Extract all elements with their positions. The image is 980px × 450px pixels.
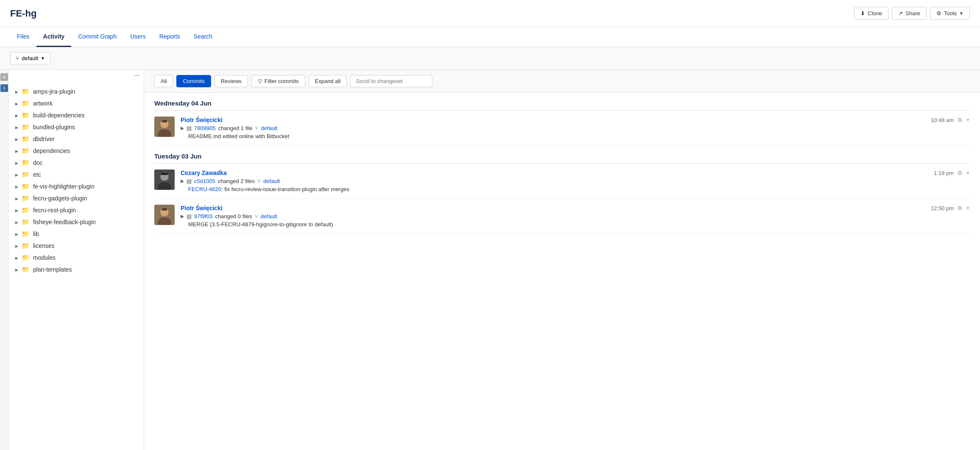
sidebar-item-label: doc (33, 159, 43, 166)
svg-rect-14 (162, 208, 167, 211)
sidebar-item-bundled-plugins[interactable]: 📁 bundled-plugins (8, 121, 144, 133)
nav-reports[interactable]: Reports (153, 27, 187, 47)
tab-all[interactable]: All (154, 75, 173, 87)
sidebar-item-licenses[interactable]: 📁 licenses (8, 240, 144, 252)
top-header: FE-hg ⬇ Clone ↗ Share ⚙ Tools ▼ (0, 0, 980, 27)
gear-chevron-icon[interactable]: ▼ (966, 118, 970, 122)
table-row: Piotr Święcicki 12:50 pm ⚙ ▼ ▶ ▤ 97f9f03… (154, 199, 970, 234)
folder-icon: 📁 (22, 135, 30, 143)
svg-rect-9 (161, 173, 168, 175)
expand-icon (15, 232, 18, 236)
expand-arrow-icon[interactable]: ▶ (181, 214, 184, 219)
tools-button[interactable]: ⚙ Tools ▼ (930, 7, 970, 20)
folder-icon: 📁 (22, 218, 30, 226)
avatar (154, 169, 175, 190)
branch-tag-link[interactable]: default (261, 213, 277, 219)
gear-icon[interactable]: ⚙ (957, 205, 963, 211)
nav-commit-graph[interactable]: Commit Graph (71, 27, 123, 47)
expand-icon (15, 256, 18, 260)
expand-all-button[interactable]: Expand all (309, 75, 347, 87)
expand-arrow-icon[interactable]: ▶ (181, 125, 184, 131)
nav-activity[interactable]: Activity (36, 27, 72, 47)
date-header-wed: Wednesday 04 Jun (154, 93, 970, 111)
branch-tag-link[interactable]: default (263, 178, 280, 184)
commit-details: Cezary Zawadka 1:19 pm ⚙ ▼ ▶ ▤ c5d1005 c… (181, 169, 970, 192)
left-tool-1[interactable]: ⊞ (0, 73, 8, 81)
doc-icon: ▤ (187, 213, 192, 219)
sidebar-item-doc[interactable]: 📁 doc (8, 157, 144, 169)
folder-icon: 📁 (22, 159, 30, 167)
commit-message: FECRU-4620: fix fecru-review-issue-trans… (188, 186, 970, 192)
folder-icon: 📁 (22, 242, 30, 250)
gear-chevron-icon[interactable]: ▼ (966, 206, 970, 210)
folder-icon: 📁 (22, 171, 30, 178)
branch-selector[interactable]: ⑂ default ▼ (10, 52, 50, 64)
sidebar-item-build-dependencies[interactable]: 📁 build-dependencies (8, 109, 144, 121)
content-area: All Commits Reviews ▽ Filter commits Exp… (144, 70, 980, 450)
sidebar-item-label: licenses (33, 242, 55, 249)
commit-group-tue: Tuesday 03 Jun Cezary Zawadka (144, 146, 980, 234)
share-icon: ↗ (898, 10, 903, 17)
commit-hash-link[interactable]: 7809905 (194, 125, 216, 131)
sidebar-more-button[interactable]: ··· (128, 71, 140, 80)
clone-label: Clone (868, 10, 882, 17)
sidebar-item-fecru-gadgets-plugin[interactable]: 📁 fecru-gadgets-plugin (8, 192, 144, 204)
scroll-to-changeset-input[interactable] (350, 75, 432, 87)
nav-bar: Files Activity Commit Graph Users Report… (0, 27, 980, 47)
commit-author[interactable]: Cezary Zawadka (181, 169, 227, 176)
commit-time-actions: 1:19 pm ⚙ ▼ (934, 169, 970, 176)
commit-author-row: Cezary Zawadka 1:19 pm ⚙ ▼ (181, 169, 970, 176)
commit-author[interactable]: Piotr Święcicki (181, 205, 223, 211)
gear-icon[interactable]: ⚙ (957, 117, 963, 123)
sidebar-item-etc[interactable]: 📁 etc (8, 169, 144, 181)
commit-time-actions: 12:50 pm ⚙ ▼ (931, 205, 970, 211)
sidebar-item-dependencies[interactable]: 📁 dependencies (8, 145, 144, 157)
sidebar-item-label: fisheye-feedback-plugin (33, 219, 96, 225)
commit-message: README.md edited online with Bitbucket (188, 133, 970, 139)
sidebar: ··· 📁 amps-jira-plugin 📁 artwork 📁 build… (8, 70, 144, 450)
sidebar-item-plan-templates[interactable]: 📁 plan-templates (8, 264, 144, 275)
sidebar-item-amps-jira-plugin[interactable]: 📁 amps-jira-plugin (8, 86, 144, 97)
left-tool-2[interactable]: ℹ (0, 84, 8, 92)
commit-author[interactable]: Piotr Święcicki (181, 117, 223, 123)
nav-search[interactable]: Search (187, 27, 219, 47)
gear-chevron-icon[interactable]: ▼ (966, 171, 970, 175)
expand-icon (15, 101, 18, 106)
expand-arrow-icon[interactable]: ▶ (181, 178, 184, 184)
gear-icon[interactable]: ⚙ (957, 169, 963, 176)
tab-commits[interactable]: Commits (176, 75, 211, 87)
sidebar-item-lib[interactable]: 📁 lib (8, 228, 144, 240)
commit-hash-row: ▶ ▤ 97f9f03 changed 0 files ⑂ default (181, 213, 970, 219)
sidebar-item-label: lib (33, 231, 39, 237)
commit-time: 12:50 pm (931, 205, 954, 211)
sidebar-item-label: fecru-rest-plugin (33, 207, 76, 214)
tab-reviews[interactable]: Reviews (214, 75, 248, 87)
sidebar-item-modules[interactable]: 📁 modules (8, 252, 144, 264)
folder-icon: 📁 (22, 206, 30, 214)
filter-commits-button[interactable]: ▽ Filter commits (251, 75, 305, 87)
commit-group-wed: Wednesday 04 Jun Piotr Święcicki (144, 93, 980, 146)
folder-icon: 📁 (22, 88, 30, 95)
sidebar-item-label: plan-templates (33, 266, 72, 273)
sidebar-item-label: fe-vis-highlighter-plugin (33, 183, 95, 190)
branch-icon: ⑂ (257, 178, 261, 184)
share-button[interactable]: ↗ Share (892, 7, 927, 20)
nav-files[interactable]: Files (10, 27, 36, 47)
doc-icon: ▤ (187, 125, 192, 131)
sidebar-item-label: amps-jira-plugin (33, 88, 75, 95)
doc-icon: ▤ (187, 178, 192, 184)
commit-message-link[interactable]: FECRU-4620 (188, 186, 221, 192)
sidebar-item-label: etc (33, 171, 41, 178)
commit-hash-link[interactable]: 97f9f03 (194, 213, 212, 219)
sidebar-item-fecru-rest-plugin[interactable]: 📁 fecru-rest-plugin (8, 204, 144, 216)
folder-icon: 📁 (22, 254, 30, 261)
left-edge-panel: ⊞ ℹ (0, 70, 8, 450)
sidebar-item-fisheye-feedback-plugin[interactable]: 📁 fisheye-feedback-plugin (8, 216, 144, 228)
sidebar-item-fe-vis-highlighter-plugin[interactable]: 📁 fe-vis-highlighter-plugin (8, 181, 144, 192)
branch-tag-link[interactable]: default (261, 125, 278, 131)
nav-users[interactable]: Users (123, 27, 153, 47)
commit-hash-link[interactable]: c5d1005 (194, 178, 215, 184)
clone-button[interactable]: ⬇ Clone (854, 7, 888, 20)
sidebar-item-artwork[interactable]: 📁 artwork (8, 97, 144, 109)
sidebar-item-dbdriver[interactable]: 📁 dbdriver (8, 133, 144, 145)
